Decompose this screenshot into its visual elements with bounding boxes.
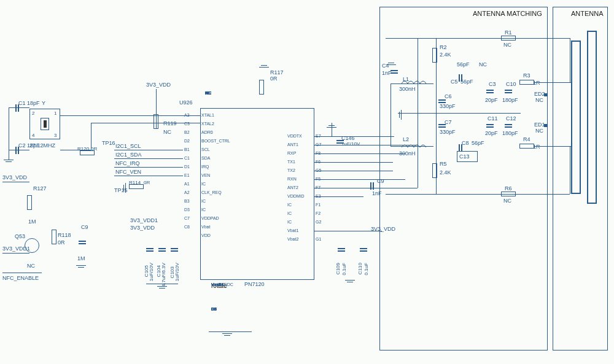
c2-icon: [14, 146, 21, 155]
r119-icon: [158, 114, 173, 119]
c146-icon: [336, 137, 344, 146]
wire-sda: [114, 158, 183, 159]
vdd1-label: 3V3_VDD1: [130, 217, 158, 223]
vdd-top: 3V3_VDD: [146, 82, 171, 88]
vdd-left: 3V3_VDD: [2, 174, 27, 180]
c105-val: 1uF/10V: [149, 263, 154, 281]
wire-xtal1: [60, 115, 200, 116]
c110-ref: C110: [357, 263, 363, 274]
r118-icon: [56, 230, 71, 234]
c9b-ref: C9: [377, 178, 384, 184]
wire-tx2: [314, 171, 393, 171]
wire-ant2: [314, 188, 418, 188]
r127-icon: [32, 195, 47, 200]
wire-gnd-bottom: [209, 331, 252, 332]
r1-ref: R1: [505, 29, 512, 36]
wire-rxp: [314, 153, 405, 154]
antenna-symbol-right: [587, 31, 597, 204]
c7-ref: C7: [445, 119, 452, 125]
c1-val: 18pF: [27, 100, 40, 106]
c109-icon: [338, 246, 345, 254]
r127-val: 1M: [28, 219, 36, 225]
wire-vdd1-left: [2, 253, 29, 254]
q53-ref: Q53: [15, 233, 25, 239]
c1-icon: [14, 104, 21, 112]
wire-to-ant-top: [534, 82, 571, 83]
pin-1: 1: [54, 110, 56, 116]
gnd-c109: [345, 280, 355, 286]
r1-icon: [501, 36, 516, 41]
wire-ant-routing: [418, 38, 418, 188]
c9b-icon: [368, 182, 376, 190]
r114-icon: [129, 184, 144, 189]
c9l-icon: [79, 238, 86, 247]
r114-val: 0R: [144, 180, 150, 185]
wire-gnd-xtal: [9, 107, 9, 160]
c12-val: 180pF: [502, 130, 518, 136]
c109-ref: C109: [335, 263, 341, 274]
c8-val: 56pF: [472, 140, 484, 146]
wire-to-ant-bot: [534, 146, 571, 147]
tp16: TP16: [102, 140, 115, 146]
r120-icon: [80, 150, 95, 155]
c3-ref: C3: [489, 81, 496, 87]
gnd-xtal: [4, 160, 14, 166]
c9l-val: 1M: [77, 255, 85, 261]
c110-icon: [360, 246, 367, 254]
r117-ref: R117: [270, 69, 284, 76]
r6-ref: R6: [505, 185, 512, 192]
c10-ref: C10: [506, 81, 516, 87]
r5-val: 2.4K: [440, 169, 451, 176]
ic-part: PN7120: [244, 281, 265, 287]
wire-nfc-enable: [2, 273, 42, 273]
antenna-matching-title: ANTENNA MATCHING: [473, 10, 542, 17]
antenna-matching-box: [379, 7, 548, 350]
c9b-val: 1nF: [372, 190, 382, 196]
r119-val: NC: [163, 129, 171, 135]
c11-val: 20pF: [485, 130, 498, 136]
c6-ref: C6: [445, 93, 452, 99]
l2-icon: [402, 142, 426, 150]
nfc-enable: NFC_ENABLE: [2, 275, 39, 281]
c5-val: 56pF: [460, 79, 473, 85]
ed1-ref: ED1: [534, 122, 545, 128]
r4-ref: R4: [523, 136, 530, 142]
c11-ref: C11: [488, 115, 498, 122]
c103-val: 1uF/10V: [174, 263, 180, 281]
antenna-title: ANTENNA: [571, 10, 604, 17]
r4-val: 1R: [533, 144, 540, 150]
top-pin-14: NC: [205, 91, 211, 95]
c110-val: 0.1uF: [363, 263, 369, 275]
gnd-mid-match: [395, 110, 402, 120]
q53-nc: NC: [27, 263, 35, 269]
r1-val: NC: [503, 42, 511, 48]
c5-ref: C5: [451, 79, 458, 85]
wire-rxn: [314, 179, 405, 180]
sig-irq: NFC_IRQ: [115, 160, 140, 166]
r6-icon: [501, 192, 516, 196]
r2-ref: R2: [440, 44, 447, 50]
wire-irq: [114, 167, 183, 168]
vdd-label2: 3V3_VDD: [130, 225, 155, 231]
wire-tx-l: [391, 83, 391, 146]
r118-val: 0R: [58, 239, 65, 246]
c104-icon: [158, 246, 166, 254]
c7-val: 330pF: [440, 129, 456, 135]
r117-icon: [264, 80, 279, 85]
crystal-block-icon: [44, 120, 47, 128]
c3-icon: [486, 87, 494, 96]
ic-bottom-pins: rotate VssPAD Vss1 Vss2 Vss3 Vss4 VssDC_…: [211, 282, 227, 289]
pin-3: 3: [54, 133, 56, 138]
r6-val: NC: [503, 198, 511, 204]
ed2-ref: ED2: [534, 91, 545, 97]
wire-vddmid: [314, 196, 363, 197]
r3-icon: [519, 80, 534, 85]
c12-icon: [505, 122, 512, 130]
wire-top-r1: [386, 38, 570, 39]
ed1-val: NC: [535, 128, 543, 134]
ic-ref: U926: [179, 99, 193, 106]
gnd-vddtx-top: [327, 122, 336, 128]
r127-ref: R127: [33, 185, 47, 192]
crystal-body-icon: [41, 118, 49, 130]
wire-tx1: [314, 162, 393, 163]
